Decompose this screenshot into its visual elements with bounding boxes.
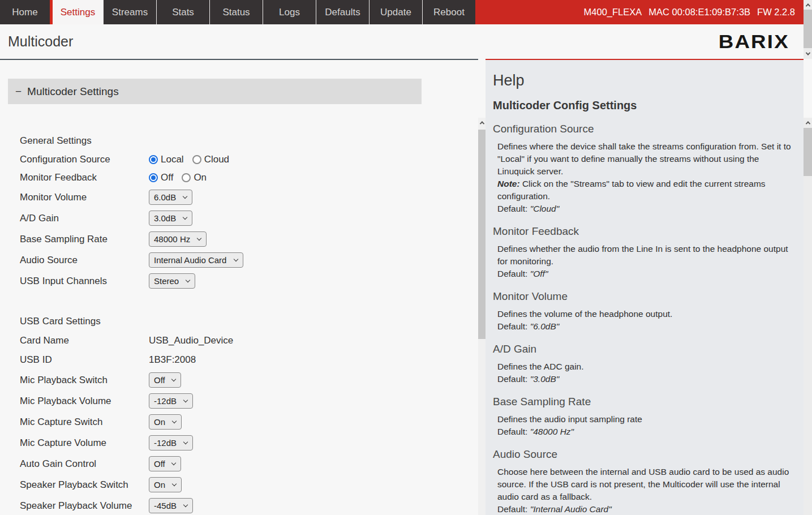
page-scrollbar-thumb[interactable]	[804, 10, 812, 48]
scroll-up-icon[interactable]	[804, 1, 812, 10]
tab-reboot[interactable]: Reboot	[422, 0, 475, 24]
configuration-source-radio-group: LocalCloud	[149, 154, 229, 165]
help-paragraph: Defines whether the audio from the Line …	[497, 243, 794, 268]
row-configuration-source: Configuration SourceLocalCloud	[20, 151, 478, 169]
help-default-value: "48000 Hz"	[530, 427, 574, 436]
page-scrollbar[interactable]	[804, 0, 812, 59]
settings-pane: − Multicoder Settings General SettingsCo…	[0, 59, 478, 515]
monitor-feedback-off-radio-label: Off	[161, 172, 173, 183]
settings-scrollbar[interactable]	[478, 118, 486, 515]
usb-id-label: USB ID	[20, 354, 149, 366]
monitor-feedback-option-on[interactable]: On	[182, 172, 207, 183]
section-title: Multicoder Settings	[27, 85, 119, 98]
help-note-label: Note:	[497, 179, 520, 188]
tab-home[interactable]: Home	[0, 0, 50, 24]
monitor-feedback-label: Monitor Feedback	[20, 172, 149, 183]
group-usb-card-settings: USB Card SettingsCard NameUSB_Audio_Devi…	[20, 315, 478, 515]
base-sampling-rate-select[interactable]: 48000 Hz	[149, 231, 207, 247]
mic-capture-volume-select[interactable]: -12dB	[149, 435, 193, 450]
monitor-feedback-on-radio[interactable]	[182, 173, 191, 182]
group-title-general-settings: General Settings	[20, 135, 478, 147]
help-subtitle: Multicoder Config Settings	[493, 98, 794, 113]
help-default: Default: "Cloud"	[497, 203, 794, 215]
a-d-gain-label: A/D Gain	[20, 213, 149, 224]
help-title: Help	[493, 71, 794, 89]
help-default-value: "Off"	[530, 269, 548, 278]
collapse-minus-icon[interactable]: −	[15, 85, 22, 98]
mic-capture-switch-select[interactable]: On	[149, 414, 182, 430]
page-title: Multicoder	[8, 33, 73, 50]
tab-stats[interactable]: Stats	[156, 0, 209, 24]
mic-playback-volume-select[interactable]: -12dB	[149, 393, 193, 409]
help-default: Default: "48000 Hz"	[497, 426, 794, 438]
scroll-up-icon[interactable]	[478, 118, 486, 127]
monitor-feedback-on-radio-label: On	[194, 172, 207, 183]
mic-playback-switch-select[interactable]: Off	[149, 372, 181, 388]
device-fw: FW 2.2.8	[757, 7, 795, 18]
help-paragraph: Choose here between the internal and USB…	[497, 466, 794, 503]
mic-capture-switch-select-wrap: On	[149, 414, 182, 430]
help-heading-monitor-feedback: Monitor Feedback	[493, 225, 794, 238]
help-default-value: "6.0dB"	[530, 321, 560, 331]
help-note: Note: Click on the "Streams" tab to view…	[497, 178, 794, 203]
device-mac: MAC 00:08:E1:09:B7:3B	[648, 7, 750, 18]
base-sampling-rate-label: Base Sampling Rate	[20, 234, 149, 245]
multicoder-settings-section-header[interactable]: − Multicoder Settings	[8, 79, 422, 104]
monitor-volume-select-wrap: 6.0dB	[149, 190, 192, 205]
help-scrollbar-thumb[interactable]	[804, 128, 812, 176]
tab-status[interactable]: Status	[209, 0, 263, 24]
group-general-settings: General SettingsConfiguration SourceLoca…	[20, 135, 478, 291]
row-mic-playback-volume: Mic Playback Volume-12dB	[20, 390, 478, 411]
scroll-down-icon[interactable]	[804, 49, 812, 58]
base-sampling-rate-select-wrap: 48000 Hz	[149, 231, 207, 247]
scroll-up-icon[interactable]	[804, 118, 812, 127]
speaker-playback-volume-label: Speaker Playback Volume	[20, 500, 149, 512]
help-body-a-d-gain: Defines the ADC gain.Default: "3.0dB"	[493, 360, 794, 385]
help-heading-a-d-gain: A/D Gain	[493, 342, 794, 356]
monitor-volume-label: Monitor Volume	[20, 192, 149, 203]
configuration-source-cloud-radio[interactable]	[192, 155, 201, 164]
row-mic-playback-switch: Mic Playback SwitchOff	[20, 370, 478, 390]
device-info: M400_FLEXA MAC 00:08:E1:09:B7:3B FW 2.2.…	[475, 0, 804, 24]
monitor-feedback-off-radio[interactable]	[149, 173, 158, 182]
top-frame: HomeSettingsStreamsStatsStatusLogsDefaul…	[0, 0, 804, 59]
speaker-playback-volume-select[interactable]: -45dB	[149, 498, 193, 513]
a-d-gain-select[interactable]: 3.0dB	[149, 211, 192, 226]
help-body-audio-source: Choose here between the internal and USB…	[493, 466, 794, 515]
speaker-playback-switch-select-wrap: On	[149, 477, 182, 492]
row-mic-capture-volume: Mic Capture Volume-12dB	[20, 432, 478, 453]
device-name: M400_FLEXA	[584, 7, 642, 18]
tab-logs[interactable]: Logs	[263, 0, 316, 24]
mic-capture-switch-label: Mic Capture Switch	[20, 417, 149, 428]
configuration-source-local-radio[interactable]	[149, 155, 158, 164]
help-paragraph: Defines the audio input sampling rate	[497, 413, 794, 426]
monitor-feedback-radio-group: OffOn	[149, 172, 207, 183]
help-body-base-sampling-rate: Defines the audio input sampling rateDef…	[493, 413, 794, 438]
tab-settings[interactable]: Settings	[50, 0, 103, 24]
usb-input-channels-select[interactable]: Stereo	[149, 273, 195, 289]
auto-gain-control-select[interactable]: Off	[149, 456, 181, 471]
monitor-volume-select[interactable]: 6.0dB	[149, 190, 192, 205]
monitor-feedback-option-off[interactable]: Off	[149, 172, 173, 183]
tab-streams[interactable]: Streams	[103, 0, 156, 24]
settings-scrollbar-thumb[interactable]	[478, 130, 486, 339]
audio-source-select[interactable]: Internal Audio Card	[149, 252, 243, 268]
row-monitor-feedback: Monitor FeedbackOffOn	[20, 169, 478, 187]
help-scrollbar[interactable]	[804, 118, 812, 515]
nav-tabs: HomeSettingsStreamsStatsStatusLogsDefaul…	[0, 0, 475, 24]
configuration-source-option-local[interactable]: Local	[149, 154, 184, 165]
mic-playback-switch-label: Mic Playback Switch	[20, 375, 149, 386]
row-speaker-playback-volume: Speaker Playback Volume-45dB	[20, 495, 478, 515]
settings-form: General SettingsConfiguration SourceLoca…	[0, 135, 478, 515]
tab-update[interactable]: Update	[369, 0, 422, 24]
help-default: Default: "6.0dB"	[497, 320, 794, 333]
configuration-source-option-cloud[interactable]: Cloud	[192, 154, 229, 165]
help-sections: Configuration SourceDefines where the de…	[493, 122, 794, 515]
mic-playback-switch-select-wrap: Off	[149, 372, 181, 388]
audio-source-select-wrap: Internal Audio Card	[149, 252, 243, 268]
content-area: − Multicoder Settings General SettingsCo…	[0, 59, 812, 515]
speaker-playback-switch-label: Speaker Playback Switch	[20, 479, 149, 491]
help-section-audio-source: Audio SourceChoose here between the inte…	[493, 448, 794, 515]
tab-defaults[interactable]: Defaults	[316, 0, 369, 24]
speaker-playback-switch-select[interactable]: On	[149, 477, 182, 492]
